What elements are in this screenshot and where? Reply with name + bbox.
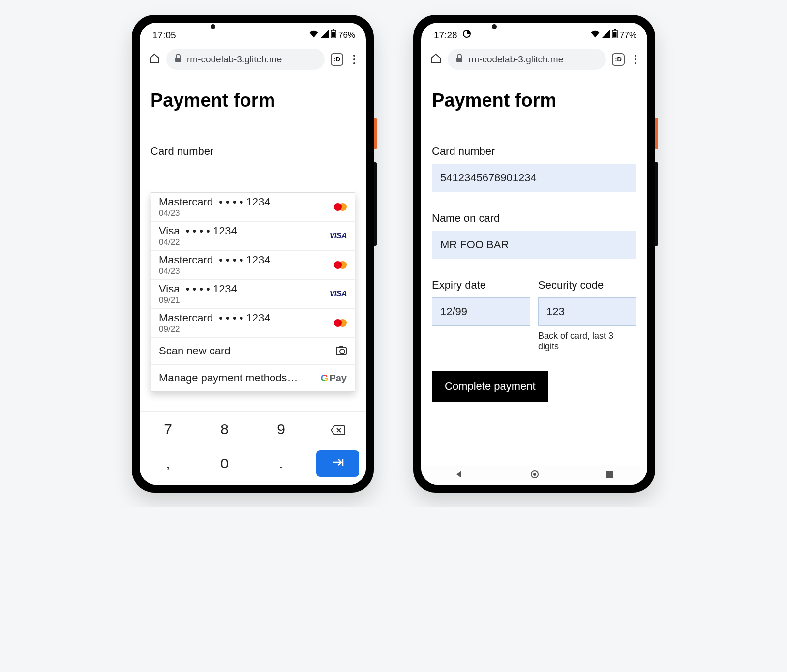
address-bar[interactable]: rm-codelab-3.glitch.me — [448, 49, 606, 70]
battery-percent: 76% — [338, 30, 355, 40]
android-navbar — [140, 481, 366, 485]
autofill-card-option[interactable]: Mastercard • • • • 1234 09/22 — [151, 309, 355, 338]
cvc-input[interactable]: 123 — [538, 297, 636, 326]
expiry-input[interactable]: 12/99 — [432, 297, 530, 326]
page-title: Payment form — [432, 90, 636, 120]
complete-payment-button[interactable]: Complete payment — [432, 371, 548, 402]
svg-rect-13 — [606, 471, 613, 478]
page-content: Payment form Card number Mastercard • • … — [140, 76, 366, 411]
overflow-menu-icon[interactable] — [635, 58, 636, 60]
key-backspace[interactable] — [309, 412, 366, 446]
card-number-label: Card number — [432, 145, 636, 158]
screen: 17:05 76% — [140, 23, 366, 485]
url-text: rm-codelab-3.glitch.me — [187, 54, 282, 65]
expiry-label: Expiry date — [432, 279, 530, 292]
browser-toolbar: rm-codelab-3.glitch.me :D — [421, 45, 647, 76]
autofill-card-option[interactable]: Mastercard • • • • 1234 04/23 — [151, 251, 355, 280]
autofill-card-option[interactable]: Mastercard • • • • 1234 04/23 — [151, 193, 355, 222]
key-next[interactable] — [316, 450, 359, 477]
name-on-card-label: Name on card — [432, 212, 636, 225]
battery-percent: 77% — [620, 30, 636, 40]
volume-button — [374, 162, 377, 246]
svg-rect-3 — [175, 58, 181, 62]
autofill-dropdown: Mastercard • • • • 1234 04/23 Visa • • •… — [151, 192, 355, 392]
autofill-card-option[interactable]: Visa • • • • 1234 09/21 VISA — [151, 280, 355, 309]
home-icon[interactable] — [430, 53, 442, 66]
svg-rect-10 — [456, 58, 462, 62]
cvc-help-text: Back of card, last 3 digits — [538, 331, 636, 351]
tab-switcher[interactable]: :D — [612, 53, 625, 66]
cvc-label: Security code — [538, 279, 636, 292]
mastercard-icon — [334, 319, 347, 327]
key-period[interactable]: . — [253, 446, 309, 481]
gpay-icon: GPay — [321, 373, 347, 384]
android-navbar — [421, 465, 647, 485]
home-icon[interactable] — [149, 53, 160, 66]
card-number-input[interactable]: 5412345678901234 — [432, 164, 636, 192]
volume-button — [655, 162, 658, 246]
key-0[interactable]: 0 — [196, 446, 253, 481]
clock: 17:05 — [152, 30, 176, 41]
name-on-card-input[interactable]: MR FOO BAR — [432, 231, 636, 259]
numeric-keypad: 7 8 9 , 0 . — [140, 411, 366, 481]
status-bar: 17:28 77% — [421, 23, 647, 45]
svg-rect-2 — [332, 32, 335, 38]
autofill-card-option[interactable]: Visa • • • • 1234 04/22 VISA — [151, 222, 355, 251]
camera-icon — [336, 347, 347, 355]
clock: 17:28 — [434, 30, 457, 41]
visa-icon: VISA — [330, 290, 347, 298]
page-title: Payment form — [151, 90, 355, 120]
key-comma[interactable]: , — [140, 446, 196, 481]
battery-icon — [612, 29, 618, 41]
card-number-input[interactable] — [151, 164, 355, 192]
phone-left: 17:05 76% — [132, 15, 374, 493]
browser-toolbar: rm-codelab-3.glitch.me :D — [140, 45, 366, 76]
nav-recents-icon[interactable] — [606, 470, 614, 480]
page-content: Payment form Card number 541234567890123… — [421, 76, 647, 465]
key-7[interactable]: 7 — [140, 412, 196, 446]
address-bar[interactable]: rm-codelab-3.glitch.me — [166, 49, 325, 70]
overflow-menu-icon[interactable] — [353, 58, 355, 60]
card-number-label: Card number — [151, 145, 355, 158]
key-8[interactable]: 8 — [196, 412, 253, 446]
power-button — [374, 118, 377, 149]
manage-payment-methods[interactable]: Manage payment methods… GPay — [151, 365, 355, 391]
lock-icon — [174, 54, 182, 65]
status-bar: 17:05 76% — [140, 23, 366, 45]
url-text: rm-codelab-3.glitch.me — [468, 54, 563, 65]
tab-switcher[interactable]: :D — [331, 53, 343, 66]
cell-signal-icon — [321, 30, 329, 40]
svg-point-12 — [533, 473, 536, 476]
phone-right: 17:28 77% rm-codelab-3.glitch.me :D P — [413, 15, 655, 493]
power-button — [655, 118, 658, 149]
scan-new-card[interactable]: Scan new card — [151, 338, 355, 365]
cell-signal-icon — [602, 30, 610, 40]
wifi-icon — [309, 30, 319, 40]
data-saver-icon — [462, 29, 471, 41]
visa-icon: VISA — [330, 232, 347, 240]
key-9[interactable]: 9 — [253, 412, 309, 446]
mastercard-icon — [334, 203, 347, 211]
mastercard-icon — [334, 261, 347, 269]
battery-icon — [331, 29, 336, 41]
lock-icon — [455, 54, 463, 65]
nav-back-icon[interactable] — [454, 470, 463, 481]
nav-home-icon[interactable] — [530, 470, 539, 481]
wifi-icon — [590, 30, 600, 40]
svg-rect-9 — [613, 32, 616, 38]
screen: 17:28 77% rm-codelab-3.glitch.me :D P — [421, 23, 647, 485]
